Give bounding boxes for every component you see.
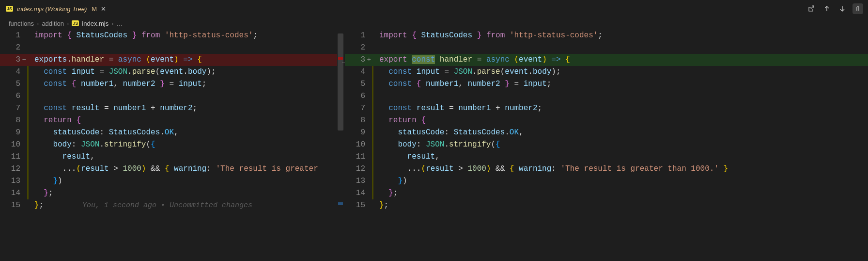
line-number: 12 (0, 163, 27, 175)
code-line[interactable]: 3+export const handler = async (event) =… (345, 54, 868, 66)
breadcrumb[interactable]: functions › addition › JS index.mjs › … (0, 17, 868, 30)
line-number: 15 (0, 199, 27, 212)
editor-tab[interactable]: JS index.mjs (Working Tree) M ✕ (0, 0, 112, 17)
gutter-stripe (27, 90, 29, 102)
close-tab-icon[interactable]: ✕ (101, 5, 106, 13)
code-text: ...(result > 1000) && { warning: 'The re… (34, 163, 318, 175)
crumb-tail[interactable]: … (117, 20, 123, 27)
line-number: 8 (345, 114, 372, 127)
code-text: }; (379, 199, 388, 212)
code-line[interactable]: 15};You, 1 second ago • Uncommitted chan… (0, 199, 344, 212)
git-blame-annotation: You, 1 second ago • Uncommitted changes (82, 199, 252, 212)
gutter-stripe (27, 78, 29, 90)
code-line[interactable]: 4 const input = JSON.parse(event.body); (0, 66, 344, 78)
code-left[interactable]: 1import { StatusCodes } from 'http-statu… (0, 30, 344, 212)
code-line[interactable]: 2 (345, 42, 868, 54)
gutter-stripe (372, 78, 373, 90)
next-change-icon[interactable] (837, 3, 848, 14)
gutter-stripe (27, 114, 29, 127)
code-right[interactable]: 1import { StatusCodes } from 'http-statu… (345, 30, 868, 212)
gutter-stripe (27, 30, 29, 42)
gutter-stripe (372, 90, 373, 102)
gutter-stripe (372, 139, 373, 151)
code-line[interactable]: 4 const input = JSON.parse(event.body); (345, 66, 868, 78)
code-line[interactable]: 2 (0, 42, 344, 54)
line-number: 10 (0, 139, 27, 151)
tab-title: index.mjs (Working Tree) (17, 5, 87, 13)
code-line[interactable]: 13 }) (0, 175, 344, 187)
diff-pane-left[interactable]: 1import { StatusCodes } from 'http-statu… (0, 30, 344, 261)
code-text: return { (379, 114, 426, 127)
code-line[interactable]: 14 }; (0, 187, 344, 199)
gutter-stripe (372, 66, 373, 78)
gutter-stripe (27, 66, 29, 78)
code-line[interactable]: 9 statusCode: StatusCodes.OK, (0, 127, 344, 139)
code-line[interactable]: 13 }) (345, 175, 868, 187)
modified-badge: M (92, 5, 97, 13)
code-text: exports.handler = async (event) => { (34, 54, 202, 66)
code-text: }; (34, 187, 53, 199)
code-line[interactable]: 1import { StatusCodes } from 'http-statu… (345, 30, 868, 42)
code-line[interactable]: 11 result, (0, 151, 344, 163)
open-file-icon[interactable] (806, 3, 817, 14)
code-text: const { number1, number2 } = input; (379, 78, 551, 90)
line-number: 3− (0, 54, 27, 66)
code-line[interactable]: 5 const { number1, number2 } = input; (0, 78, 344, 90)
gutter-stripe (27, 175, 29, 187)
gutter-stripe (27, 42, 29, 54)
code-text: const result = number1 + number2; (379, 102, 542, 114)
code-line[interactable]: 14 }; (345, 187, 868, 199)
line-number: 1 (0, 30, 27, 42)
crumb-functions[interactable]: functions (9, 20, 34, 27)
gutter-stripe (372, 42, 373, 54)
code-line[interactable]: 9 statusCode: StatusCodes.OK, (345, 127, 868, 139)
breadcrumb-sep: › (37, 20, 39, 27)
code-line[interactable]: 11 result, (345, 151, 868, 163)
gutter-stripe (372, 175, 373, 187)
whitespace-icon[interactable] (852, 3, 863, 14)
js-icon: JS (72, 20, 79, 26)
breadcrumb-sep: › (111, 20, 113, 27)
crumb-addition[interactable]: addition (42, 20, 64, 27)
code-line[interactable]: 1import { StatusCodes } from 'http-statu… (0, 30, 344, 42)
code-line[interactable]: 12 ...(result > 1000) && { warning: 'The… (345, 163, 868, 175)
code-text: const result = number1 + number2; (34, 102, 197, 114)
code-line[interactable]: 10 body: JSON.stringify({ (345, 139, 868, 151)
js-icon: JS (6, 6, 13, 12)
line-number: 10 (345, 139, 372, 151)
line-number: 5 (0, 78, 27, 90)
code-line[interactable]: 5 const { number1, number2 } = input; (345, 78, 868, 90)
line-number: 11 (0, 151, 27, 163)
line-number: 13 (345, 175, 372, 187)
line-number: 2 (0, 42, 27, 54)
code-line[interactable]: 3−exports.handler = async (event) => { (0, 54, 344, 66)
code-line[interactable]: 7 const result = number1 + number2; (0, 102, 344, 114)
tab-bar: JS index.mjs (Working Tree) M ✕ (0, 0, 868, 17)
line-number: 2 (345, 42, 372, 54)
code-line[interactable]: 12 ...(result > 1000) && { warning: 'The… (0, 163, 344, 175)
gutter-stripe (27, 127, 29, 139)
gutter-stripe (372, 102, 373, 114)
code-line[interactable]: 8 return { (345, 114, 868, 127)
code-line[interactable]: 6 (0, 90, 344, 102)
breadcrumb-sep: › (67, 20, 69, 27)
line-number: 12 (345, 163, 372, 175)
prev-change-icon[interactable] (822, 3, 832, 14)
crumb-file[interactable]: index.mjs (82, 20, 108, 27)
added-icon: + (367, 54, 371, 66)
diff-pane-right[interactable]: 1import { StatusCodes } from 'http-statu… (345, 30, 868, 261)
line-number: 9 (345, 127, 372, 139)
code-line[interactable]: 7 const result = number1 + number2; (345, 102, 868, 114)
line-number: 1 (345, 30, 372, 42)
code-text: import { StatusCodes } from 'http-status… (379, 30, 603, 42)
code-line[interactable]: 10 body: JSON.stringify({ (0, 139, 344, 151)
scroll-thumb[interactable] (338, 33, 343, 130)
gutter-stripe (27, 199, 29, 212)
code-line[interactable]: 6 (345, 90, 868, 102)
gutter-stripe (27, 54, 29, 66)
code-line[interactable]: 15}; (345, 199, 868, 212)
code-line[interactable]: 8 return { (0, 114, 344, 127)
gutter-stripe (372, 54, 373, 66)
code-text: body: JSON.stringify({ (34, 139, 155, 151)
code-text: statusCode: StatusCodes.OK, (379, 127, 524, 139)
